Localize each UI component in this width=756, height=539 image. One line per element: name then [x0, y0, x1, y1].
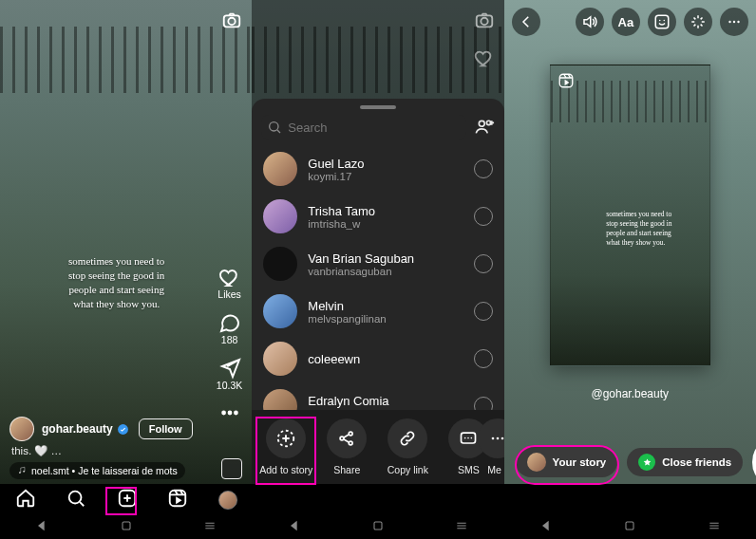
sticker-button[interactable] [648, 8, 676, 36]
share-actions-row: Add to story Share Copy link SMS Me [252, 410, 503, 484]
nav-recent[interactable] [454, 518, 469, 537]
recipient-avatar [263, 247, 297, 281]
svg-rect-36 [626, 522, 633, 530]
more-button[interactable] [720, 8, 748, 36]
back-button[interactable] [512, 8, 540, 36]
camera-icon[interactable] [474, 9, 495, 34]
nav-home[interactable] [622, 518, 637, 537]
your-story-button[interactable]: Your story [516, 447, 618, 477]
svg-point-7 [23, 471, 25, 473]
comment-button[interactable]: 188 [218, 311, 241, 345]
verified-icon [117, 423, 129, 436]
svg-point-31 [733, 21, 735, 23]
copy-link-label: Copy link [387, 464, 428, 475]
effects-button[interactable] [684, 8, 712, 36]
recipient-avatar [263, 342, 297, 376]
close-friends-label: Close friends [662, 456, 731, 468]
author-row[interactable]: gohar.beauty Follow [9, 417, 193, 441]
svg-point-28 [659, 20, 661, 22]
audio-title: noel.smt • Je te laisserai de mots [31, 465, 178, 476]
text-tool-button[interactable]: Aa [612, 8, 640, 36]
reel-action-rail: Likes 188 10.3K [217, 266, 242, 423]
search-icon [267, 120, 282, 135]
recipient-name: Trisha Tamo [308, 204, 463, 218]
recipient-avatar [263, 199, 297, 233]
next-button[interactable] [752, 446, 756, 478]
like-button[interactable]: Likes [217, 266, 241, 300]
search-field[interactable] [261, 115, 465, 139]
svg-rect-34 [123, 522, 130, 530]
select-ring[interactable] [474, 302, 493, 321]
nav-recent[interactable] [707, 518, 722, 537]
nav-back[interactable] [539, 518, 554, 537]
nav-placeholder [252, 484, 503, 516]
reel-text-caption[interactable]: this. 🤍 … [11, 444, 62, 457]
story-composer-screen: Aa sometimes you need to stop seeing the… [504, 0, 756, 516]
select-ring[interactable] [474, 397, 493, 410]
svg-point-29 [663, 20, 665, 22]
copy-link-action[interactable]: Copy link [377, 418, 438, 475]
camera-icon[interactable] [221, 9, 242, 34]
follow-button[interactable]: Follow [139, 418, 193, 439]
search-input[interactable] [288, 121, 460, 135]
nav-recent[interactable] [202, 518, 217, 537]
select-ring[interactable] [474, 159, 493, 178]
share-action[interactable]: Share [316, 418, 377, 475]
mention-label[interactable]: @gohar.beauty [504, 387, 756, 400]
nav-home[interactable] [119, 518, 134, 537]
select-ring[interactable] [474, 254, 493, 273]
app-tab-bar [0, 484, 252, 516]
tab-home[interactable] [15, 488, 36, 512]
select-ring[interactable] [474, 349, 493, 368]
add-people-icon[interactable] [474, 117, 495, 138]
share-sheet-screen: Guel Lazokoymi.17Trisha Tamoimtrisha_wVa… [252, 0, 503, 516]
recipient-row[interactable]: Guel Lazokoymi.17 [252, 145, 503, 193]
recipient-row[interactable]: Edralyn Comiacomiamazing [252, 382, 503, 410]
reel-view-screen: sometimes you need to stop seeing the go… [0, 0, 252, 516]
recipient-handle: imtrisha_w [308, 218, 463, 230]
tab-search[interactable] [66, 488, 86, 512]
recipient-row[interactable]: Trisha Tamoimtrisha_w [252, 193, 503, 240]
recipient-name: Melvin [308, 299, 463, 313]
recipient-row[interactable]: Van Brian Sagubanvanbriansaguban [252, 240, 503, 288]
nav-home[interactable] [370, 518, 386, 537]
sms-label: SMS [458, 464, 480, 475]
author-avatar[interactable] [9, 417, 34, 441]
recipient-avatar [263, 152, 297, 186]
svg-rect-35 [374, 522, 382, 530]
tab-reels[interactable] [167, 488, 188, 512]
reels-icon [557, 71, 576, 90]
svg-point-6 [19, 472, 21, 474]
svg-point-17 [340, 437, 344, 440]
composer-top-bar: Aa [512, 8, 748, 36]
story-media-preview[interactable]: sometimes you need to stop seeing the go… [550, 65, 710, 366]
recipient-avatar [263, 294, 297, 328]
recipient-row[interactable]: Melvinmelvspangilinan [252, 288, 503, 335]
svg-point-3 [228, 412, 231, 415]
reel-caption-quote: sometimes you need to stop seeing the go… [0, 254, 252, 310]
svg-point-8 [69, 492, 82, 504]
use-audio-thumbnail[interactable] [221, 458, 242, 479]
music-note-icon [17, 466, 27, 475]
svg-point-30 [728, 21, 730, 23]
tab-profile[interactable] [218, 491, 237, 510]
audio-toggle-button[interactable] [576, 8, 604, 36]
tab-create[interactable] [117, 488, 138, 512]
svg-point-14 [479, 121, 484, 126]
audio-chip[interactable]: noel.smt • Je te laisserai de mots [9, 462, 185, 479]
sheet-drag-handle[interactable] [360, 105, 396, 109]
more-button[interactable] [219, 402, 240, 423]
recipient-name: Guel Lazo [308, 157, 463, 171]
close-friends-button[interactable]: Close friends [627, 448, 743, 476]
share-button[interactable]: 10.3K [217, 357, 242, 391]
svg-point-23 [471, 437, 473, 439]
preview-quote: sometimes you need to stop seeing the go… [606, 210, 701, 249]
select-ring[interactable] [474, 207, 493, 226]
recipient-row[interactable]: coleeewn [252, 335, 503, 382]
likes-label: Likes [217, 288, 241, 300]
recipient-name: Van Brian Saguban [308, 251, 463, 266]
nav-back[interactable] [34, 518, 49, 537]
recipient-name: coleeewn [308, 352, 463, 366]
recipient-handle: melvspangilinan [308, 313, 463, 325]
add-to-story-action[interactable]: Add to story [255, 418, 316, 475]
